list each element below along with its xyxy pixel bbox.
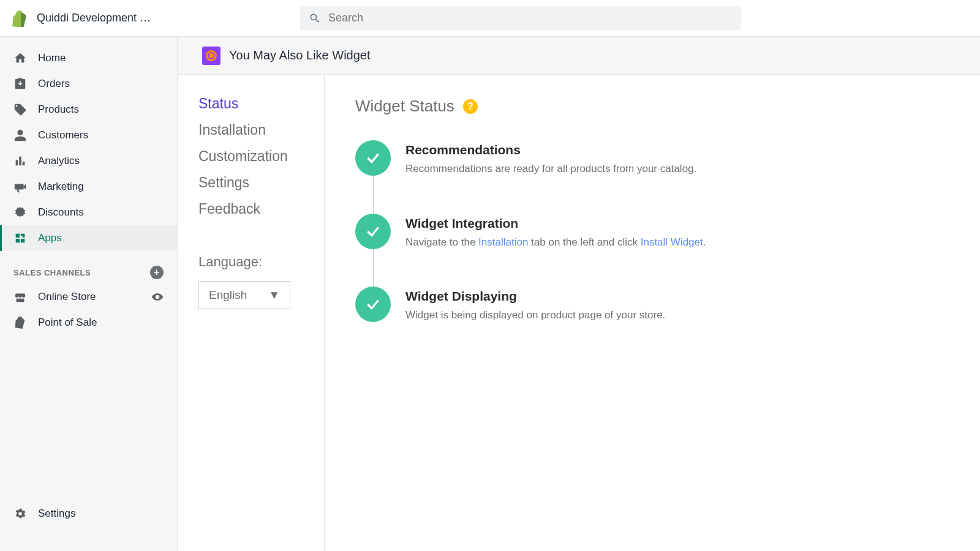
sidebar-item-label: Point of Sale bbox=[38, 317, 97, 329]
sales-channels-header: SALES CHANNELS + bbox=[0, 251, 177, 284]
app-nav-settings[interactable]: Settings bbox=[198, 174, 324, 191]
sidebar-item-online-store[interactable]: Online Store bbox=[0, 284, 151, 310]
search-bar[interactable] bbox=[300, 6, 741, 31]
discount-icon bbox=[13, 206, 27, 219]
app-nav: Status Installation Customization Settin… bbox=[178, 75, 325, 551]
sidebar-item-apps[interactable]: Apps bbox=[0, 225, 177, 251]
sidebar-item-label: Online Store bbox=[38, 291, 96, 303]
step-integration: Widget Integration Navigate to the Insta… bbox=[355, 214, 949, 287]
store-icon bbox=[13, 290, 27, 304]
app-nav-customization[interactable]: Customization bbox=[198, 148, 324, 165]
sidebar-item-customers[interactable]: Customers bbox=[0, 122, 177, 148]
tag-icon bbox=[13, 103, 27, 116]
status-steps: Recommendations Recommendations are read… bbox=[355, 140, 949, 323]
sidebar-item-label: Orders bbox=[38, 78, 70, 90]
pos-icon bbox=[13, 316, 27, 329]
installation-link[interactable]: Installation bbox=[478, 236, 528, 248]
shopify-logo bbox=[12, 10, 27, 27]
step-title: Widget Integration bbox=[405, 216, 706, 231]
content: Widget Status ? Recommendations Recommen… bbox=[325, 75, 980, 551]
app-nav-status[interactable]: Status bbox=[198, 96, 324, 112]
chevron-down-icon: ▼ bbox=[268, 288, 280, 302]
search-icon bbox=[309, 12, 321, 24]
sidebar-item-label: Settings bbox=[38, 508, 75, 520]
sidebar: Home Orders Products Customers Analytics… bbox=[0, 37, 178, 551]
home-icon bbox=[13, 51, 27, 65]
check-icon bbox=[355, 287, 391, 322]
step-desc: Recommendations are ready for all produc… bbox=[405, 161, 696, 177]
sidebar-item-home[interactable]: Home bbox=[0, 45, 177, 71]
app-nav-installation[interactable]: Installation bbox=[198, 122, 324, 138]
megaphone-icon bbox=[13, 180, 27, 193]
sidebar-item-pos[interactable]: Point of Sale bbox=[0, 310, 177, 335]
step-title: Recommendations bbox=[405, 143, 696, 157]
app-logo bbox=[202, 47, 221, 65]
view-store-icon[interactable] bbox=[151, 291, 164, 303]
check-icon bbox=[355, 140, 391, 176]
sidebar-item-settings[interactable]: Settings bbox=[0, 501, 177, 527]
gear-icon bbox=[13, 507, 27, 520]
sidebar-item-label: Analytics bbox=[38, 155, 80, 167]
step-recommendations: Recommendations Recommendations are read… bbox=[355, 140, 949, 214]
apps-icon bbox=[13, 231, 27, 245]
help-icon[interactable]: ? bbox=[463, 99, 478, 114]
sidebar-item-label: Home bbox=[38, 52, 66, 64]
sidebar-item-marketing[interactable]: Marketing bbox=[0, 174, 177, 200]
sidebar-item-label: Products bbox=[38, 103, 79, 116]
sidebar-item-analytics[interactable]: Analytics bbox=[0, 148, 177, 174]
step-desc: Widget is being displayed on product pag… bbox=[405, 307, 665, 323]
sidebar-item-products[interactable]: Products bbox=[0, 97, 177, 122]
person-icon bbox=[13, 129, 27, 142]
section-label: SALES CHANNELS bbox=[13, 268, 91, 277]
language-select[interactable]: English ▼ bbox=[198, 281, 290, 309]
sidebar-item-label: Apps bbox=[38, 232, 62, 244]
app-nav-feedback[interactable]: Feedback bbox=[198, 201, 324, 217]
language-value: English bbox=[209, 288, 247, 302]
sidebar-item-label: Discounts bbox=[38, 206, 84, 219]
topbar: Quiddi Development St… bbox=[0, 0, 980, 37]
sidebar-item-label: Marketing bbox=[38, 181, 84, 193]
step-displaying: Widget Displaying Widget is being displa… bbox=[355, 287, 949, 323]
app-header: You May Also Like Widget bbox=[178, 37, 980, 75]
analytics-icon bbox=[13, 154, 27, 168]
step-title: Widget Displaying bbox=[405, 289, 665, 304]
check-icon bbox=[355, 214, 391, 249]
search-input[interactable] bbox=[328, 12, 733, 24]
app-title: You May Also Like Widget bbox=[229, 48, 371, 62]
language-label: Language: bbox=[198, 254, 324, 270]
add-channel-button[interactable]: + bbox=[150, 266, 164, 279]
sidebar-item-discounts[interactable]: Discounts bbox=[0, 200, 177, 225]
sidebar-item-orders[interactable]: Orders bbox=[0, 71, 177, 97]
step-desc: Navigate to the Installation tab on the … bbox=[405, 234, 706, 250]
page-title-text: Widget Status bbox=[355, 97, 454, 116]
store-name: Quiddi Development St… bbox=[37, 12, 153, 24]
main: You May Also Like Widget Status Installa… bbox=[178, 37, 980, 551]
page-title: Widget Status ? bbox=[355, 97, 949, 116]
install-widget-link[interactable]: Install Widget bbox=[641, 236, 703, 248]
sidebar-item-label: Customers bbox=[38, 129, 88, 141]
orders-icon bbox=[13, 77, 27, 91]
